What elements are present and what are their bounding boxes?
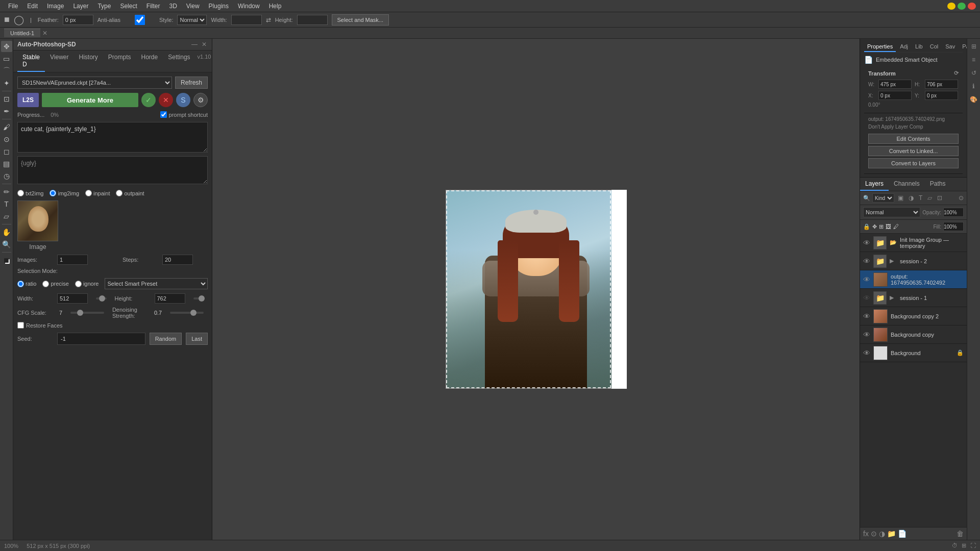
text-tool[interactable]: T xyxy=(1,198,12,210)
layer-item[interactable]: 👁 📁 ▶ session - 1 xyxy=(860,289,967,307)
check-icon-button[interactable]: ✓ xyxy=(141,93,156,107)
smart-filter-btn[interactable]: ⊡ xyxy=(936,194,944,202)
fill-input[interactable] xyxy=(943,222,964,231)
layers-tab-channels[interactable]: Channels xyxy=(889,178,925,191)
ignore-label[interactable]: ignore xyxy=(75,281,99,287)
generate-button[interactable]: Generate More xyxy=(42,93,138,107)
tab-settings[interactable]: Settings xyxy=(163,51,195,72)
props-tab-lib[interactable]: Lib xyxy=(912,42,926,52)
lock-all-icon[interactable]: 🔒 xyxy=(863,223,870,230)
transform-y-input[interactable] xyxy=(925,91,958,100)
precise-label[interactable]: precise xyxy=(42,281,68,287)
layers-tab-paths[interactable]: Paths xyxy=(925,178,951,191)
menu-view[interactable]: View xyxy=(182,2,204,11)
width-slider[interactable] xyxy=(96,297,107,299)
menu-layer[interactable]: Layer xyxy=(69,2,92,11)
lock-pixels-icon[interactable]: 🖊 xyxy=(893,223,899,230)
style-select[interactable]: Normal xyxy=(177,15,207,25)
denoising-slider[interactable] xyxy=(170,312,204,314)
steps-input[interactable] xyxy=(162,255,193,265)
lock-image-icon[interactable]: 🖼 xyxy=(886,223,891,230)
menu-filter[interactable]: Filter xyxy=(142,2,164,11)
magic-wand-tool[interactable]: ✦ xyxy=(1,78,12,89)
refresh-button[interactable]: Refresh xyxy=(175,77,208,89)
menu-help[interactable]: Help xyxy=(265,2,286,11)
opacity-input[interactable] xyxy=(943,208,964,217)
kind-select[interactable]: Kind xyxy=(872,193,894,203)
document-tab[interactable]: Untitled-1 xyxy=(4,29,40,37)
stamp-tool[interactable]: ⊙ xyxy=(1,134,12,145)
layer-item[interactable]: 👁 Background copy xyxy=(860,325,967,344)
minimize-button[interactable] xyxy=(947,3,955,10)
img2img-radio[interactable] xyxy=(50,190,56,196)
menu-select[interactable]: Select xyxy=(116,2,141,11)
restore-faces-label[interactable]: Restore Faces xyxy=(26,322,63,329)
transform-refresh-icon[interactable]: ⟳ xyxy=(954,70,959,77)
timeline-icon[interactable]: ⏱ xyxy=(952,542,958,549)
image-thumbnail[interactable] xyxy=(17,201,58,241)
menu-3d[interactable]: 3D xyxy=(165,2,181,11)
shape-tool[interactable]: ▱ xyxy=(1,211,12,222)
zoom-tool[interactable]: 🔍 xyxy=(1,239,12,250)
ratio-radio[interactable] xyxy=(17,281,24,287)
hand-tool[interactable]: ✋ xyxy=(1,227,12,238)
cfg-slider[interactable] xyxy=(70,312,104,314)
layer-item[interactable]: 👁 📁 ▶ session - 2 xyxy=(860,252,967,270)
menu-type[interactable]: Type xyxy=(93,2,115,11)
pen-tool[interactable]: ✏ xyxy=(1,186,12,197)
l2s-button[interactable]: L2S xyxy=(17,93,39,107)
visibility-icon[interactable]: 👁 xyxy=(863,294,871,302)
tab-horde[interactable]: Horde xyxy=(136,51,163,72)
lock-artboard-icon[interactable]: ⊞ xyxy=(879,223,884,230)
x-icon-button[interactable]: ✕ xyxy=(159,93,173,107)
ignore-radio[interactable] xyxy=(75,281,82,287)
convert-to-linked-button[interactable]: Convert to Linked... xyxy=(868,146,959,156)
blend-mode-select[interactable]: Normal xyxy=(863,207,920,217)
layers-tab-layers[interactable]: Layers xyxy=(860,178,889,191)
adjustment-button[interactable]: ◑ xyxy=(879,530,885,538)
s-icon-button[interactable]: S xyxy=(176,93,190,107)
marquee-tool[interactable]: ▭ xyxy=(1,53,12,64)
precise-radio[interactable] xyxy=(42,281,49,287)
text-filter-btn[interactable]: T xyxy=(917,194,924,202)
brush-tool[interactable]: 🖌 xyxy=(1,121,12,133)
tab-history[interactable]: History xyxy=(74,51,103,72)
layer-item[interactable]: 👁 output: 1674950635.7402492 xyxy=(860,270,967,289)
layer-item[interactable]: 👁 Background 🔒 xyxy=(860,344,967,362)
history-icon[interactable]: ↺ xyxy=(968,67,979,79)
tab-prompts[interactable]: Prompts xyxy=(103,51,136,72)
color-icon[interactable]: 🎨 xyxy=(968,94,979,105)
swap-icon[interactable]: ⇄ xyxy=(266,16,271,23)
menu-image[interactable]: Image xyxy=(43,2,68,11)
negative-prompt[interactable]: {ugly} xyxy=(17,156,208,184)
props-tab-adj[interactable]: Adj xyxy=(897,42,911,52)
fx-button[interactable]: fx xyxy=(863,530,869,538)
ellipse-tool-icon[interactable]: ◯ xyxy=(14,14,24,26)
menu-file[interactable]: File xyxy=(4,2,22,11)
grid-icon[interactable]: ⊞ xyxy=(962,542,966,549)
positive-prompt[interactable]: cute cat, {painterly_style_1} xyxy=(17,122,208,153)
edit-contents-button[interactable]: Edit Contents xyxy=(868,134,959,144)
outpaint-radio[interactable] xyxy=(116,190,122,196)
txt2img-radio[interactable] xyxy=(17,190,24,196)
transform-height-input[interactable] xyxy=(925,80,958,89)
marquee-tool-icon[interactable]: ■ xyxy=(4,14,10,25)
eyedropper-tool[interactable]: ✒ xyxy=(1,106,12,117)
prompt-shortcut-checkbox[interactable] xyxy=(160,111,167,118)
visibility-icon[interactable]: 👁 xyxy=(863,239,871,247)
shape-filter-btn[interactable]: ▱ xyxy=(926,194,934,202)
menu-plugins[interactable]: Plugins xyxy=(205,2,233,11)
gradient-tool[interactable]: ▤ xyxy=(1,158,12,169)
mask-button[interactable]: ⊙ xyxy=(871,530,877,538)
last-button[interactable]: Last xyxy=(186,333,208,345)
visibility-icon[interactable]: 👁 xyxy=(863,331,871,339)
maximize-button[interactable] xyxy=(958,3,966,10)
width-input[interactable] xyxy=(231,15,262,25)
plugin-close-btn[interactable]: ✕ xyxy=(201,41,208,48)
lasso-tool[interactable]: ⌒ xyxy=(1,65,12,77)
props-tab-col[interactable]: Col xyxy=(927,42,942,52)
lock-position-icon[interactable]: ✥ xyxy=(872,223,877,230)
move-tool[interactable]: ✥ xyxy=(1,41,12,52)
outpaint-label[interactable]: outpaint xyxy=(116,190,144,196)
img2img-label[interactable]: img2img xyxy=(50,190,79,196)
